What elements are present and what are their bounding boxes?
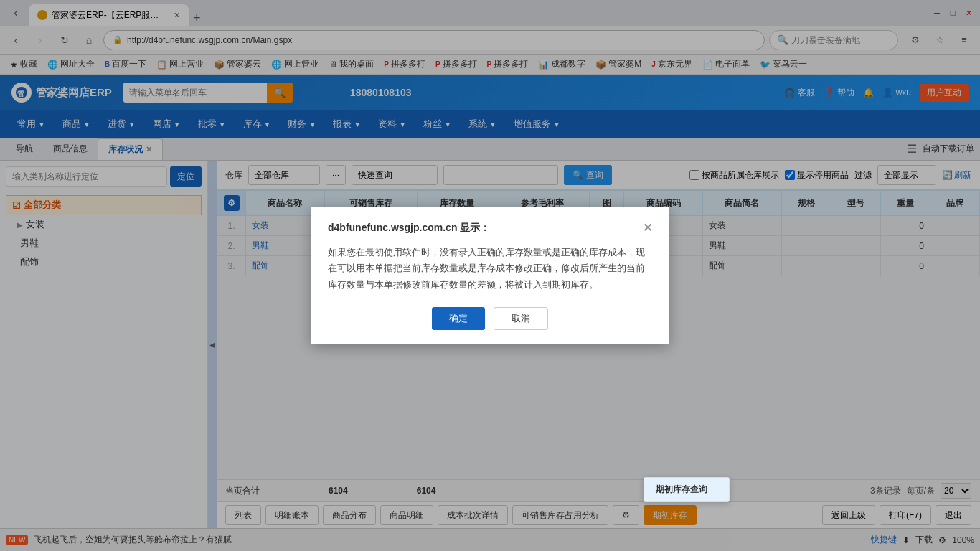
period-initial-query-item[interactable]: 期初库存查询: [644, 478, 729, 501]
modal-box: d4bfunefunc.wsgjp.com.cn 显示： ✕ 如果您在最初使用软…: [311, 207, 669, 344]
modal-button-row: 确定 取消: [328, 307, 652, 330]
modal-title-text: d4bfunefunc.wsgjp.com.cn 显示：: [328, 222, 490, 235]
modal-title-bar: d4bfunefunc.wsgjp.com.cn 显示： ✕: [328, 221, 652, 235]
period-initial-tooltip: 期初库存查询: [644, 477, 730, 502]
modal-cancel-button[interactable]: 取消: [494, 307, 548, 330]
modal-overlay: d4bfunefunc.wsgjp.com.cn 显示： ✕ 如果您在最初使用软…: [0, 0, 980, 551]
modal-close-icon[interactable]: ✕: [643, 221, 652, 235]
modal-content-text: 如果您在最初使用软件时，没有录入正确的库存数量或是正确的库存成本，现在可以用本单…: [328, 245, 652, 292]
modal-ok-button[interactable]: 确定: [432, 307, 485, 330]
